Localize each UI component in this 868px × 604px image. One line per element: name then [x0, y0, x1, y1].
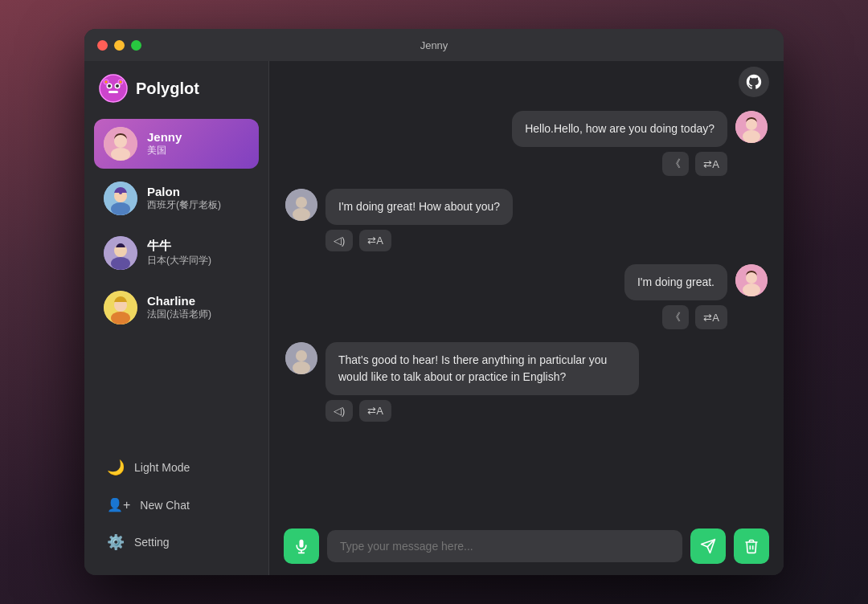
- niuiu-name: 牛牛: [147, 239, 211, 254]
- titlebar: Jenny: [84, 29, 784, 61]
- svg-point-31: [743, 284, 760, 296]
- msg-content-1: Hello.Hello, how are you doing today? 《 …: [512, 111, 727, 176]
- listen-icon-1: 《: [670, 157, 681, 171]
- new-chat-button[interactable]: 👤+ New Chat: [99, 489, 254, 520]
- message-1: Hello.Hello, how are you doing today? 《 …: [285, 111, 768, 176]
- input-bar: [269, 517, 784, 575]
- translate-icon-4: ⇄A: [367, 405, 383, 417]
- svg-point-28: [293, 208, 310, 221]
- delete-button[interactable]: [734, 528, 769, 564]
- fullscreen-button[interactable]: [131, 40, 141, 51]
- msg-avatar-ai-2: [285, 189, 317, 221]
- translate-button-1[interactable]: ⇄A: [695, 152, 727, 176]
- svg-point-22: [111, 312, 130, 324]
- msg-content-3: I'm doing great. 《 ⇄A: [624, 264, 727, 329]
- listen-icon-4: ◁): [334, 405, 345, 417]
- niuiu-sub: 日本(大学同学): [147, 254, 211, 267]
- avatar-palon: [104, 182, 137, 215]
- bubble-4: That's good to hear! Is there anything i…: [326, 342, 639, 395]
- svg-point-3: [108, 84, 111, 88]
- svg-point-24: [746, 119, 757, 130]
- sidebar-item-jenny[interactable]: Jenny 美国: [94, 119, 259, 169]
- traffic-lights: [97, 40, 141, 51]
- new-chat-label: New Chat: [140, 499, 189, 512]
- avatar-niuiu: [104, 236, 137, 270]
- close-button[interactable]: [97, 40, 108, 51]
- sidebar-item-palon[interactable]: Palon 西班牙(餐厅老板): [94, 173, 259, 223]
- listen-icon-2: ◁): [334, 235, 345, 247]
- chat-topbar: [269, 61, 784, 103]
- charline-text: Charline 法国(法语老师): [147, 294, 211, 321]
- light-mode-label: Light Mode: [134, 461, 190, 474]
- svg-point-25: [743, 130, 760, 143]
- svg-point-30: [746, 272, 757, 284]
- svg-point-34: [293, 361, 310, 374]
- svg-point-9: [120, 81, 122, 84]
- setting-label: Setting: [134, 536, 170, 549]
- translate-button-2[interactable]: ⇄A: [359, 230, 391, 251]
- charline-sub: 法国(法语老师): [147, 308, 211, 321]
- window-title: Jenny: [420, 39, 448, 51]
- translate-button-3[interactable]: ⇄A: [695, 305, 727, 329]
- github-button[interactable]: [739, 67, 769, 97]
- avatar-jenny: [104, 127, 137, 161]
- sidebar-bottom: 🌙 Light Mode 👤+ New Chat ⚙️ Setting: [84, 441, 268, 575]
- palon-sub: 西班牙(餐厅老板): [147, 198, 221, 212]
- bubble-actions-1: 《 ⇄A: [662, 152, 727, 176]
- jenny-sub: 美国: [147, 144, 182, 157]
- minimize-button[interactable]: [114, 40, 125, 51]
- message-input[interactable]: [327, 530, 682, 562]
- svg-point-19: [111, 257, 130, 270]
- logo-text: Polyglot: [136, 80, 199, 98]
- bubble-actions-4: ◁) ⇄A: [326, 400, 639, 422]
- message-3: I'm doing great. 《 ⇄A: [285, 264, 768, 329]
- light-mode-button[interactable]: 🌙 Light Mode: [99, 451, 254, 484]
- bubble-1: Hello.Hello, how are you doing today?: [512, 111, 727, 147]
- translate-icon-3: ⇄A: [703, 312, 719, 324]
- message-list: Hello.Hello, how are you doing today? 《 …: [269, 103, 784, 517]
- translate-icon-1: ⇄A: [703, 158, 719, 170]
- svg-rect-5: [108, 91, 118, 93]
- logo-icon: [99, 74, 128, 103]
- svg-point-0: [100, 75, 127, 102]
- charline-name: Charline: [147, 294, 211, 308]
- jenny-name: Jenny: [147, 130, 182, 144]
- bubble-3: I'm doing great.: [624, 264, 727, 300]
- translate-icon-2: ⇄A: [367, 235, 383, 247]
- listen-button-3[interactable]: 《: [662, 305, 689, 329]
- msg-avatar-jenny-1: [735, 111, 768, 143]
- msg-avatar-ai-4: [285, 342, 317, 374]
- palon-text: Palon 西班牙(餐厅老板): [147, 185, 221, 212]
- msg-content-4: That's good to hear! Is there anything i…: [326, 342, 639, 422]
- send-button[interactable]: [690, 528, 726, 564]
- palon-name: Palon: [147, 185, 221, 198]
- bubble-actions-2: ◁) ⇄A: [326, 230, 513, 251]
- svg-rect-35: [300, 540, 304, 548]
- bubble-2: I'm doing great! How about you?: [326, 189, 513, 225]
- msg-content-2: I'm doing great! How about you? ◁) ⇄A: [326, 189, 513, 251]
- listen-button-4[interactable]: ◁): [326, 400, 353, 422]
- listen-button-1[interactable]: 《: [662, 152, 689, 176]
- jenny-text: Jenny 美国: [147, 130, 182, 157]
- translate-button-4[interactable]: ⇄A: [359, 400, 391, 422]
- moon-icon: 🌙: [107, 459, 125, 476]
- gear-icon: ⚙️: [107, 533, 125, 551]
- sidebar-header: Polyglot: [84, 61, 268, 112]
- sidebar: Polyglot Jenny 美国: [84, 61, 269, 575]
- svg-point-4: [116, 84, 119, 88]
- app-body: Polyglot Jenny 美国: [84, 61, 784, 575]
- niuiu-text: 牛牛 日本(大学同学): [147, 239, 211, 267]
- sidebar-item-niuiu[interactable]: 牛牛 日本(大学同学): [94, 228, 259, 278]
- listen-button-2[interactable]: ◁): [326, 230, 353, 251]
- svg-point-12: [111, 148, 130, 161]
- svg-point-11: [114, 135, 127, 148]
- mic-button[interactable]: [284, 528, 319, 564]
- chat-area: Hello.Hello, how are you doing today? 《 …: [269, 61, 784, 575]
- setting-button[interactable]: ⚙️ Setting: [99, 525, 254, 559]
- sidebar-item-charline[interactable]: Charline 法国(法语老师): [94, 283, 259, 333]
- svg-point-15: [111, 202, 130, 215]
- new-chat-icon: 👤+: [107, 497, 130, 512]
- app-window: Jenny: [84, 29, 784, 575]
- svg-point-16: [119, 191, 122, 194]
- msg-avatar-jenny-3: [735, 264, 768, 296]
